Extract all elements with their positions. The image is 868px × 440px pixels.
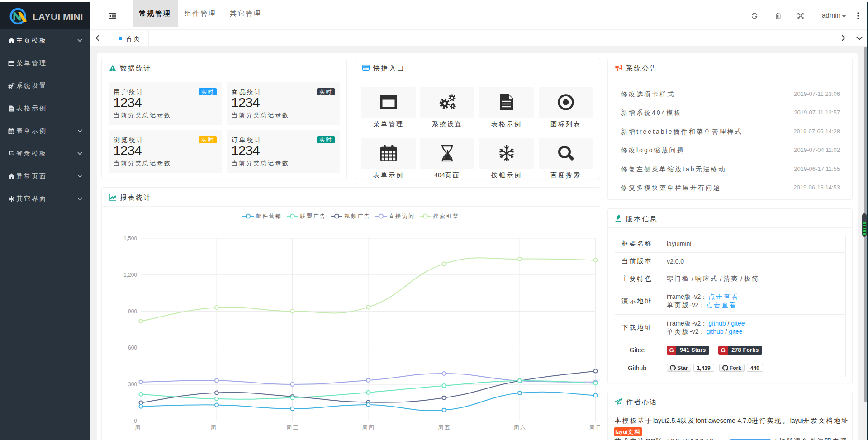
svg-text:周四: 周四 xyxy=(362,424,375,431)
svg-text:1,200: 1,200 xyxy=(123,272,137,278)
svg-text:周五: 周五 xyxy=(438,424,451,431)
svg-text:0: 0 xyxy=(134,418,137,424)
svg-text:周日: 周日 xyxy=(589,424,600,431)
svg-text:周一: 周一 xyxy=(135,424,148,431)
svg-text:周二: 周二 xyxy=(211,424,224,431)
svg-text:周三: 周三 xyxy=(286,424,299,431)
svg-text:1,500: 1,500 xyxy=(123,235,137,241)
svg-text:周六: 周六 xyxy=(514,424,527,431)
svg-text:900: 900 xyxy=(128,308,137,315)
svg-text:600: 600 xyxy=(128,345,137,351)
svg-text:300: 300 xyxy=(128,381,137,388)
